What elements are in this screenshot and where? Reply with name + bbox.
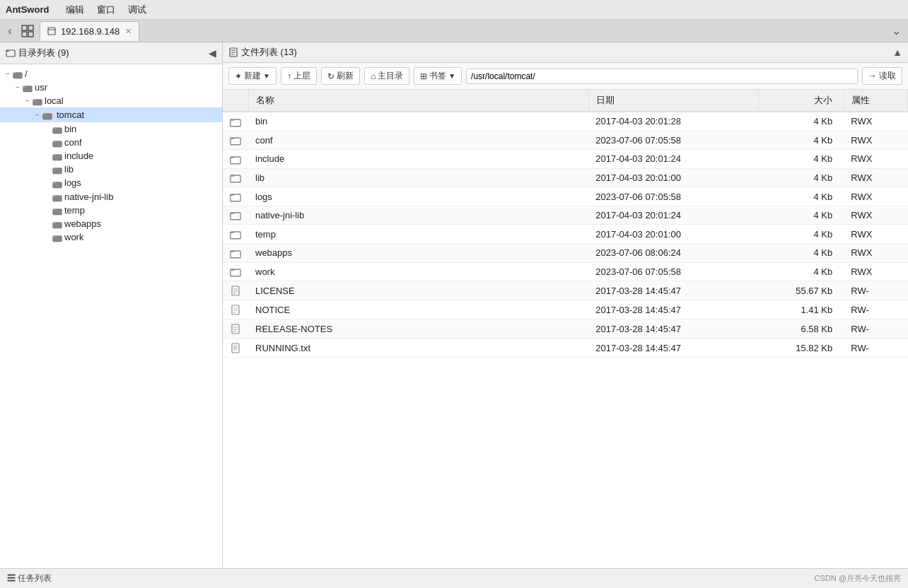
table-row[interactable]: native-jni-lib2017-04-03 20:01:244 KbRWX xyxy=(223,206,908,225)
up-icon: ↑ xyxy=(287,71,291,81)
tree-folder-icon xyxy=(52,205,62,216)
table-row[interactable]: work2023-07-06 07:05:584 KbRWX xyxy=(223,262,908,281)
svg-rect-3 xyxy=(28,32,33,37)
file-name[interactable]: temp xyxy=(248,225,588,244)
tree-folder-icon xyxy=(52,232,62,242)
menu-window[interactable]: 窗口 xyxy=(91,2,121,18)
table-row[interactable]: temp2017-04-03 20:01:004 KbRWX xyxy=(223,225,908,244)
tree-node-lib[interactable]: lib xyxy=(0,163,222,176)
file-toolbar: ✦ 新建 ▼ ↑ 上层 ↻ 刷新 ⌂ 主目录 ⊞ 书签 ▼ xyxy=(223,63,908,90)
file-type-icon xyxy=(223,281,248,300)
tab-close-btn[interactable]: ✕ xyxy=(125,27,132,36)
tree-folder-icon xyxy=(42,110,52,120)
left-collapse-btn[interactable]: ◀ xyxy=(209,47,216,59)
tree-node-include[interactable]: include xyxy=(0,149,222,163)
file-type-icon xyxy=(223,262,248,281)
file-name[interactable]: bin xyxy=(248,112,588,131)
file-perm: RWX xyxy=(844,206,907,225)
tab-collapse-btn[interactable]: ⌄ xyxy=(887,24,905,37)
table-row[interactable]: LICENSE2017-03-28 14:45:4755.67 KbRW- xyxy=(223,281,908,300)
read-btn[interactable]: → 读取 xyxy=(862,67,902,85)
file-name[interactable]: logs xyxy=(248,187,588,206)
table-row[interactable]: conf2023-07-06 07:05:584 KbRWX xyxy=(223,131,908,150)
file-perm: RW- xyxy=(844,281,907,300)
tree-folder-icon xyxy=(52,151,62,161)
file-type-icon xyxy=(223,225,248,244)
tree-folder-icon xyxy=(52,124,62,134)
tree-node-tomcat[interactable]: −tomcat xyxy=(0,107,222,122)
tree-node-webapps[interactable]: webapps xyxy=(0,217,222,230)
file-size: 4 Kb xyxy=(759,131,844,150)
bookmark-btn[interactable]: ⊞ 书签 ▼ xyxy=(414,67,462,85)
table-row[interactable]: RUNNING.txt2017-03-28 14:45:4715.82 KbRW… xyxy=(223,339,908,358)
tree-node-work[interactable]: work xyxy=(0,230,222,244)
tree-folder-icon xyxy=(52,177,62,188)
file-size: 1.41 Kb xyxy=(759,300,844,319)
table-row[interactable]: lib2017-04-03 20:01:004 KbRWX xyxy=(223,168,908,187)
new-btn[interactable]: ✦ 新建 ▼ xyxy=(228,67,277,85)
table-row[interactable]: webapps2023-07-06 08:06:244 KbRWX xyxy=(223,243,908,262)
file-name[interactable]: LICENSE xyxy=(248,281,588,300)
home-label: 主目录 xyxy=(378,70,403,82)
tree-node-conf[interactable]: conf xyxy=(0,136,222,149)
file-perm: RWX xyxy=(844,168,907,187)
watermark: CSDN @月亮今天也很亮 xyxy=(815,573,901,584)
svg-rect-4 xyxy=(48,28,55,35)
file-name[interactable]: work xyxy=(248,262,588,281)
home-icon: ⌂ xyxy=(371,71,376,81)
tree-node-native-jni-lib[interactable]: native-jni-lib xyxy=(0,190,222,204)
menu-debug[interactable]: 调试 xyxy=(122,2,152,18)
left-header-title: 目录列表 (9) xyxy=(6,47,69,59)
col-icon-header xyxy=(223,90,248,112)
file-date: 2017-04-03 20:01:24 xyxy=(588,150,759,169)
left-header: 目录列表 (9) ◀ xyxy=(0,42,222,64)
new-label: 新建 xyxy=(244,70,261,82)
tree-node-logs[interactable]: logs xyxy=(0,176,222,189)
file-perm: RWX xyxy=(844,243,907,262)
new-icon: ✦ xyxy=(235,71,242,81)
tab-remote[interactable]: 192.168.9.148 ✕ xyxy=(40,21,139,41)
tree-node-label: webapps xyxy=(64,218,101,229)
tree-node-bin[interactable]: bin xyxy=(0,122,222,136)
home-btn[interactable]: ⌂ 主目录 xyxy=(364,67,409,85)
file-date: 2017-04-03 20:01:28 xyxy=(588,112,759,131)
tree-node-temp[interactable]: temp xyxy=(0,204,222,217)
file-name[interactable]: RELEASE-NOTES xyxy=(248,319,588,339)
tree-toggle: − xyxy=(3,70,13,78)
file-size: 4 Kb xyxy=(759,262,844,281)
task-list-label[interactable]: ☰ 任务列表 xyxy=(7,572,52,584)
tree-folder-icon xyxy=(52,192,62,202)
table-row[interactable]: NOTICE2017-03-28 14:45:471.41 KbRW- xyxy=(223,300,908,319)
table-row[interactable]: include2017-04-03 20:01:244 KbRWX xyxy=(223,150,908,169)
tree-node-label: native-jni-lib xyxy=(64,192,113,202)
file-name[interactable]: NOTICE xyxy=(248,300,588,319)
right-header-title: 文件列表 (13) xyxy=(228,46,297,59)
file-name[interactable]: RUNNING.txt xyxy=(248,339,588,358)
grid-icon[interactable] xyxy=(20,23,35,39)
tree-folder-icon xyxy=(33,95,42,106)
file-name[interactable]: lib xyxy=(248,168,588,187)
table-row[interactable]: logs2023-07-06 07:05:584 KbRWX xyxy=(223,187,908,206)
tree-node-root[interactable]: −/ xyxy=(0,67,222,81)
file-size: 4 Kb xyxy=(759,150,844,169)
file-name[interactable]: conf xyxy=(248,131,588,150)
tree-node-usr[interactable]: −usr xyxy=(0,81,222,94)
table-row[interactable]: bin2017-04-03 20:01:284 KbRWX xyxy=(223,112,908,131)
menu-edit[interactable]: 编辑 xyxy=(60,2,90,18)
tree-node-label: local xyxy=(45,95,64,106)
tree-node-local[interactable]: −local xyxy=(0,94,222,107)
refresh-btn[interactable]: ↻ 刷新 xyxy=(321,67,360,85)
file-perm: RW- xyxy=(844,300,907,319)
file-name[interactable]: native-jni-lib xyxy=(248,206,588,225)
file-name[interactable]: webapps xyxy=(248,243,588,262)
file-name[interactable]: include xyxy=(248,150,588,169)
table-row[interactable]: RELEASE-NOTES2017-03-28 14:45:476.58 KbR… xyxy=(223,319,908,339)
right-collapse-btn[interactable]: ▲ xyxy=(892,47,902,58)
file-type-icon xyxy=(223,131,248,150)
tree-node-label: usr xyxy=(35,82,47,93)
up-btn[interactable]: ↑ 上层 xyxy=(281,67,317,85)
file-table: 名称 日期 大小 属性 bin2017-04-03 20:01:284 KbRW… xyxy=(223,90,908,358)
back-icon[interactable]: ‹ xyxy=(3,24,17,38)
file-size: 4 Kb xyxy=(759,187,844,206)
path-input[interactable] xyxy=(466,69,858,84)
